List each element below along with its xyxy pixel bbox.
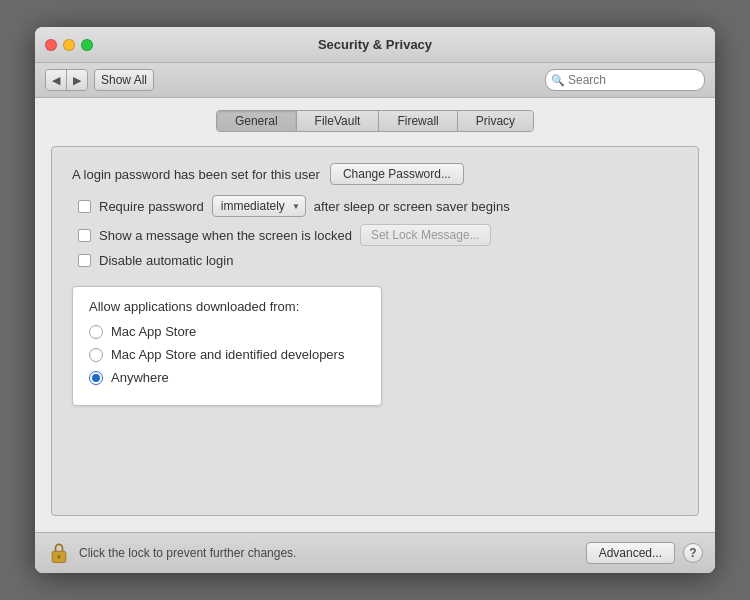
- disable-auto-login-label: Disable automatic login: [99, 253, 233, 268]
- maximize-button[interactable]: [81, 39, 93, 51]
- radio-row-mac-app-store-identified: Mac App Store and identified developers: [89, 347, 365, 362]
- allow-box-title: Allow applications downloaded from:: [89, 299, 365, 314]
- search-input[interactable]: [545, 69, 705, 91]
- options-rows: Require password immediately after sleep…: [78, 195, 678, 268]
- tabs-container: General FileVault Firewall Privacy: [216, 110, 534, 132]
- general-panel: A login password has been set for this u…: [51, 146, 699, 516]
- footer-lock-text: Click the lock to prevent further change…: [79, 546, 578, 560]
- show-message-row: Show a message when the screen is locked…: [78, 224, 678, 246]
- forward-button[interactable]: ▶: [67, 70, 87, 90]
- require-password-label: Require password: [99, 199, 204, 214]
- minimize-button[interactable]: [63, 39, 75, 51]
- lock-icon[interactable]: [47, 541, 71, 565]
- close-button[interactable]: [45, 39, 57, 51]
- allow-box: Allow applications downloaded from: Mac …: [72, 286, 382, 406]
- search-bar: 🔍: [545, 69, 705, 91]
- window-title: Security & Privacy: [318, 37, 432, 52]
- tabs-row: General FileVault Firewall Privacy: [51, 110, 699, 132]
- require-password-row: Require password immediately after sleep…: [78, 195, 678, 217]
- disable-auto-login-row: Disable automatic login: [78, 253, 678, 268]
- nav-arrows: ◀ ▶: [45, 69, 88, 91]
- show-message-checkbox[interactable]: [78, 229, 91, 242]
- tab-privacy[interactable]: Privacy: [458, 111, 533, 131]
- advanced-button[interactable]: Advanced...: [586, 542, 675, 564]
- require-password-checkbox[interactable]: [78, 200, 91, 213]
- content-area: General FileVault Firewall Privacy A log…: [35, 98, 715, 532]
- show-all-button[interactable]: Show All: [94, 69, 154, 91]
- radio-row-mac-app-store: Mac App Store: [89, 324, 365, 339]
- radio-label-anywhere: Anywhere: [111, 370, 169, 385]
- after-sleep-label: after sleep or screen saver begins: [314, 199, 510, 214]
- radio-label-mac-app-store: Mac App Store: [111, 324, 196, 339]
- toolbar: ◀ ▶ Show All 🔍: [35, 63, 715, 98]
- title-bar: Security & Privacy: [35, 27, 715, 63]
- set-lock-message-button[interactable]: Set Lock Message...: [360, 224, 491, 246]
- change-password-button[interactable]: Change Password...: [330, 163, 464, 185]
- tab-filevault[interactable]: FileVault: [297, 111, 380, 131]
- radio-anywhere[interactable]: [89, 371, 103, 385]
- footer: Click the lock to prevent further change…: [35, 532, 715, 573]
- password-timing-dropdown[interactable]: immediately: [212, 195, 306, 217]
- search-icon: 🔍: [551, 74, 565, 87]
- security-privacy-window: Security & Privacy ◀ ▶ Show All 🔍 Genera…: [35, 27, 715, 573]
- radio-mac-app-store-identified[interactable]: [89, 348, 103, 362]
- help-button[interactable]: ?: [683, 543, 703, 563]
- back-button[interactable]: ◀: [46, 70, 67, 90]
- radio-row-anywhere: Anywhere: [89, 370, 365, 385]
- svg-rect-2: [58, 556, 60, 559]
- radio-mac-app-store[interactable]: [89, 325, 103, 339]
- disable-auto-login-checkbox[interactable]: [78, 254, 91, 267]
- tab-firewall[interactable]: Firewall: [379, 111, 457, 131]
- login-text: A login password has been set for this u…: [72, 167, 320, 182]
- show-message-label: Show a message when the screen is locked: [99, 228, 352, 243]
- login-row: A login password has been set for this u…: [72, 163, 678, 185]
- traffic-lights: [45, 39, 93, 51]
- tab-general[interactable]: General: [217, 111, 297, 131]
- radio-label-mac-app-store-identified: Mac App Store and identified developers: [111, 347, 344, 362]
